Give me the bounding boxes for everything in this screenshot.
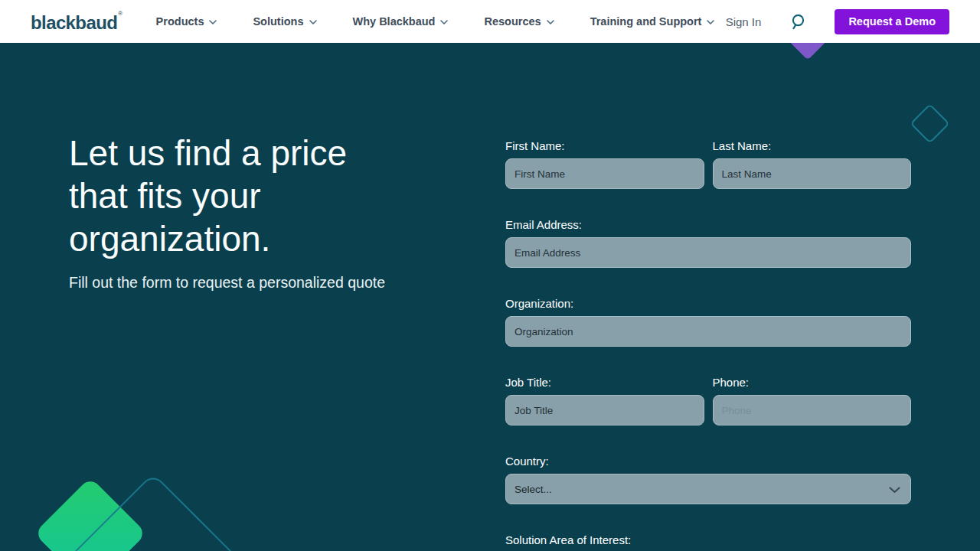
page-title-line: organization.: [69, 217, 421, 260]
phone-group: Phone:: [713, 375, 912, 425]
organization-field[interactable]: [505, 316, 911, 347]
chevron-down-icon: [707, 18, 714, 24]
page-title: Let us find a price that fits your organ…: [69, 132, 421, 260]
nav-item-label: Solutions: [253, 15, 303, 28]
country-label: Country:: [505, 454, 911, 469]
main-nav: Products Solutions Why Blackbaud Resourc…: [156, 15, 715, 28]
teal-outline-diamond-decoration: [910, 103, 949, 143]
chevron-down-icon: [547, 18, 554, 24]
sign-in-link[interactable]: Sign In: [726, 15, 762, 28]
page-title-line: Let us find a price: [69, 132, 421, 174]
job-title-field[interactable]: [505, 395, 704, 425]
chevron-down-icon: [309, 18, 317, 24]
nav-item-label: Why Blackbaud: [353, 15, 436, 28]
nav-item-solutions[interactable]: Solutions: [253, 15, 316, 28]
nav-item-training-support[interactable]: Training and Support: [590, 15, 715, 28]
first-name-group: First Name:: [505, 139, 704, 189]
nav-item-label: Resources: [484, 15, 541, 28]
chevron-down-icon: [440, 18, 448, 24]
form-row: Email Address:: [505, 217, 911, 268]
last-name-field[interactable]: [713, 158, 912, 189]
first-name-field[interactable]: [505, 158, 704, 189]
country-select-value: Select...: [514, 484, 552, 495]
blackbaud-logo[interactable]: blackbaud®: [31, 10, 122, 34]
last-name-group: Last Name:: [713, 139, 912, 189]
hero-copy: Let us find a price that fits your organ…: [69, 132, 421, 292]
page-subtitle: Fill out the form to request a personali…: [69, 274, 421, 292]
nav-item-label: Products: [156, 15, 204, 28]
search-icon[interactable]: [789, 13, 806, 31]
country-select[interactable]: Select...: [505, 474, 911, 504]
nav-item-products[interactable]: Products: [156, 15, 217, 28]
quote-request-form: First Name: Last Name: Email Address: Or…: [505, 139, 911, 551]
solution-area-label: Solution Area of Interest:: [505, 533, 911, 548]
hero-section: Let us find a price that fits your organ…: [0, 43, 980, 551]
form-row: First Name: Last Name:: [505, 139, 911, 189]
chevron-down-icon: [209, 18, 217, 24]
email-field[interactable]: [505, 237, 911, 268]
organization-label: Organization:: [505, 296, 911, 311]
form-row: Country: Select...: [505, 454, 911, 504]
top-navigation-bar: blackbaud® Products Solutions Why Blackb…: [0, 0, 980, 43]
phone-label: Phone:: [713, 375, 912, 390]
page-title-line: that fits your: [69, 174, 421, 217]
nav-item-why-blackbaud[interactable]: Why Blackbaud: [353, 15, 449, 28]
header-actions: Sign In Request a Demo: [726, 9, 949, 34]
nav-item-label: Training and Support: [590, 15, 702, 28]
form-row: Solution Area of Interest:: [505, 533, 911, 548]
logo-text: blackbaud: [31, 12, 117, 33]
nav-item-resources[interactable]: Resources: [484, 15, 554, 28]
form-row: Organization:: [505, 296, 911, 347]
registered-mark: ®: [118, 10, 122, 17]
email-label: Email Address:: [505, 217, 911, 233]
last-name-label: Last Name:: [713, 139, 912, 154]
phone-field[interactable]: [713, 395, 912, 425]
job-title-label: Job Title:: [505, 375, 704, 390]
job-title-group: Job Title:: [505, 375, 704, 425]
request-demo-button[interactable]: Request a Demo: [835, 9, 949, 34]
first-name-label: First Name:: [505, 139, 704, 154]
form-row: Job Title: Phone:: [505, 375, 911, 425]
